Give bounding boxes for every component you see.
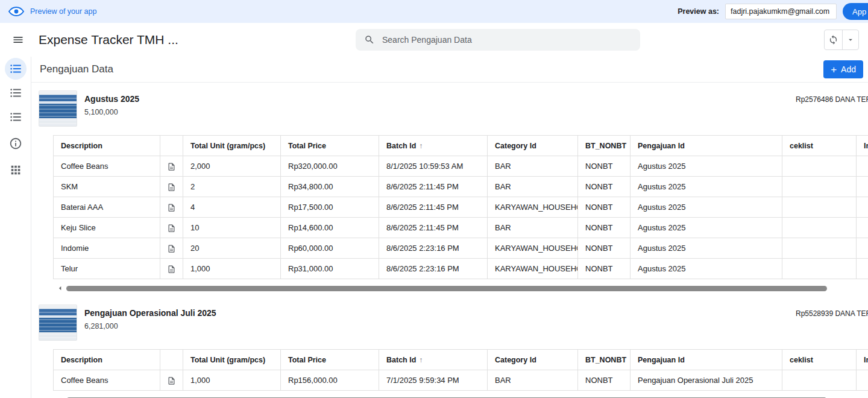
search-box[interactable] <box>356 29 640 51</box>
column-header-category-id[interactable]: Category Id <box>488 136 578 156</box>
add-button[interactable]: + Add <box>823 60 863 78</box>
column-header-pengajuan-id[interactable]: Pengajuan Id <box>631 350 782 370</box>
list-icon <box>9 62 22 75</box>
table-row[interactable]: Keju Slice10Rp14,600.008/6/2025 2:11:45 … <box>54 218 868 238</box>
column-header-image[interactable]: Im <box>857 350 868 370</box>
preview-bar-label: Preview of your app <box>30 7 96 16</box>
column-header-category-id[interactable]: Category Id <box>488 350 578 370</box>
horizontal-scrollbar <box>55 285 868 292</box>
column-header-label: Im <box>864 356 868 364</box>
table-row[interactable]: Coffee Beans1,000Rp156,000.007/1/2025 9:… <box>54 370 868 391</box>
column-header-label: Description <box>61 142 102 150</box>
column-header-label: ceklist <box>790 356 813 364</box>
sidebar-item-view-3[interactable] <box>0 105 31 129</box>
group-titles: Pengajuan Operasional Juli 2025 6,281,00… <box>84 305 216 330</box>
scroll-left-icon[interactable] <box>55 283 65 293</box>
search-input[interactable] <box>382 35 632 45</box>
cell-total-unit: 1,000 <box>183 370 281 391</box>
cell-bt-nonbt: NONBT <box>578 177 631 197</box>
cell-attachment[interactable] <box>160 238 183 259</box>
column-header-batch-id[interactable]: Batch Id↑ <box>379 136 488 156</box>
app-title: Expense Tracker TMH ... <box>39 33 178 47</box>
cell-total-unit: 2 <box>183 177 281 197</box>
chevron-down-icon[interactable] <box>843 30 858 49</box>
group-title: Agustus 2025 <box>84 94 139 104</box>
group-header[interactable]: Agustus 2025 5,100,000 Rp2576486 DANA TE… <box>31 83 868 135</box>
cell-batch-id: 8/6/2025 2:23:16 PM <box>379 238 488 259</box>
column-header-total-unit[interactable]: Total Unit (gram/pcs) <box>183 350 281 370</box>
column-header-total-unit[interactable]: Total Unit (gram/pcs) <box>183 136 281 156</box>
scrollbar-thumb[interactable] <box>66 286 827 291</box>
receipt-thumbnail-image[interactable] <box>39 90 77 127</box>
page-title: Pengajuan Data <box>40 63 113 75</box>
sort-ascending-icon: ↑ <box>419 356 423 364</box>
sidebar-item-pengajuan-data[interactable] <box>0 57 31 81</box>
scrollbar-track[interactable] <box>66 286 868 291</box>
table-row[interactable]: Baterai AAA4Rp17,500.008/6/2025 2:11:45 … <box>54 197 868 218</box>
cell-pengajuan-id: Agustus 2025 <box>631 259 782 279</box>
column-header-image[interactable]: Im <box>857 136 868 156</box>
column-header-ceklist[interactable]: ceklist <box>782 350 857 370</box>
column-header-attachment[interactable] <box>160 350 183 370</box>
cell-attachment[interactable] <box>160 259 183 279</box>
table-row[interactable]: SKM2Rp34,800.008/6/2025 2:11:45 PMBARNON… <box>54 177 868 197</box>
scroll-left-icon[interactable] <box>55 395 65 398</box>
cell-pengajuan-id: Agustus 2025 <box>631 197 782 218</box>
table-row[interactable]: Indomie20Rp60,000.008/6/2025 2:23:16 PMK… <box>54 238 868 259</box>
column-header-total-price[interactable]: Total Price <box>281 350 379 370</box>
cell-category-id: BAR <box>488 218 578 238</box>
sidebar-item-view-2[interactable] <box>0 81 31 105</box>
column-header-batch-id[interactable]: Batch Id↑ <box>379 350 488 370</box>
group-total: 6,281,000 <box>84 322 216 330</box>
column-header-total-price[interactable]: Total Price <box>281 136 379 156</box>
column-header-description[interactable]: Description <box>54 350 160 370</box>
column-header-description[interactable]: Description <box>54 136 160 156</box>
column-header-pengajuan-id[interactable]: Pengajuan Id <box>631 136 782 156</box>
table-row[interactable]: Telur1,000Rp31,000.008/6/2025 2:23:16 PM… <box>54 259 868 279</box>
cell-bt-nonbt: NONBT <box>578 370 631 391</box>
group-summary-text: Rp2576486 DANA TERPA <box>796 95 868 104</box>
column-header-label: BT_NONBT <box>585 356 626 364</box>
cell-image <box>857 218 868 238</box>
column-header-label: Pengajuan Id <box>638 356 685 364</box>
column-header-attachment[interactable] <box>160 136 183 156</box>
cell-attachment[interactable] <box>160 197 183 218</box>
table-row[interactable]: Coffee Beans2,000Rp320,000.008/1/2025 10… <box>54 156 868 177</box>
cell-attachment[interactable] <box>160 177 183 197</box>
column-header-ceklist[interactable]: ceklist <box>782 136 857 156</box>
cell-ceklist <box>782 259 857 279</box>
column-header-label: Category Id <box>495 356 536 364</box>
cell-ceklist <box>782 156 857 177</box>
group-header[interactable]: Pengajuan Operasional Juli 2025 6,281,00… <box>31 297 868 349</box>
cell-category-id: KARYAWAN_HOUSEHOLDS <box>488 197 578 218</box>
cell-image <box>857 238 868 259</box>
cell-attachment[interactable] <box>160 218 183 238</box>
column-header-label: Total Unit (gram/pcs) <box>190 356 265 364</box>
column-header-label: Batch Id <box>386 142 416 150</box>
sidebar-item-apps[interactable] <box>0 158 31 182</box>
cell-total-price: Rp34,800.00 <box>281 177 379 197</box>
info-icon <box>9 137 22 150</box>
menu-icon[interactable] <box>10 31 27 48</box>
column-header-bt-nonbt[interactable]: BT_NONBT <box>578 350 631 370</box>
cell-attachment[interactable] <box>160 156 183 177</box>
cell-description: Coffee Beans <box>54 156 160 177</box>
cell-total-price: Rp156,000.00 <box>281 370 379 391</box>
cell-pengajuan-id: Agustus 2025 <box>631 238 782 259</box>
cell-ceklist <box>782 218 857 238</box>
cell-total-price: Rp60,000.00 <box>281 238 379 259</box>
group-table: DescriptionTotal Unit (gram/pcs)Total Pr… <box>53 135 868 279</box>
cell-total-unit: 1,000 <box>183 259 281 279</box>
cell-attachment[interactable] <box>160 370 183 391</box>
cell-total-unit: 20 <box>183 238 281 259</box>
app-button[interactable]: App <box>843 3 868 20</box>
column-header-bt-nonbt[interactable]: BT_NONBT <box>578 136 631 156</box>
receipt-thumbnail-image[interactable] <box>39 305 77 341</box>
sync-icon[interactable] <box>825 30 842 49</box>
document-icon <box>167 162 176 171</box>
cell-ceklist <box>782 177 857 197</box>
preview-as-email-input[interactable] <box>725 4 837 19</box>
page-header: Pengajuan Data + Add <box>31 57 868 83</box>
cell-description: Keju Slice <box>54 218 160 238</box>
sidebar-item-about[interactable] <box>0 131 31 156</box>
